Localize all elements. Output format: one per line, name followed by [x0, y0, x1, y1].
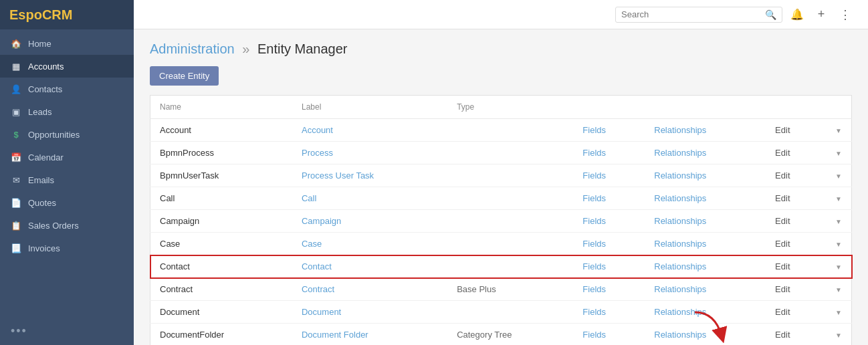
fields-link[interactable]: Fields [582, 239, 606, 249]
fields-link[interactable]: Fields [582, 216, 606, 226]
topbar: 🔍 🔔 + ⋮ [134, 0, 868, 29]
cell-fields[interactable]: Fields [573, 119, 645, 142]
dropdown-arrow-icon[interactable]: ▼ [835, 263, 842, 271]
dropdown-arrow-icon[interactable]: ▼ [835, 332, 842, 339]
relationships-link[interactable]: Relationships [654, 216, 706, 226]
relationships-link[interactable]: Relationships [654, 284, 706, 294]
edit-link[interactable]: Edit [775, 216, 790, 226]
cell-relationships[interactable]: Relationships [645, 187, 766, 210]
fields-link[interactable]: Fields [582, 148, 606, 158]
cell-fields[interactable]: Fields [573, 187, 645, 210]
edit-link[interactable]: Edit [775, 307, 790, 317]
cell-fields[interactable]: Fields [573, 278, 645, 301]
edit-link[interactable]: Edit [775, 284, 790, 294]
sidebar-item-contacts[interactable]: 👤 Contacts [0, 78, 134, 100]
search-box[interactable]: 🔍 [615, 7, 782, 23]
dropdown-arrow-icon[interactable]: ▼ [835, 172, 842, 180]
cell-dropdown[interactable]: ▼ [823, 233, 851, 255]
relationships-link[interactable]: Relationships [654, 239, 706, 249]
cell-fields[interactable]: Fields [573, 210, 645, 233]
cell-edit[interactable]: Edit [766, 187, 823, 210]
dropdown-arrow-icon[interactable]: ▼ [835, 150, 842, 157]
edit-link[interactable]: Edit [775, 125, 790, 135]
cell-dropdown[interactable]: ▼ [823, 324, 851, 346]
cell-relationships[interactable]: Relationships [645, 210, 766, 233]
plus-icon[interactable]: + [812, 5, 831, 24]
cell-dropdown[interactable]: ▼ [823, 301, 851, 324]
cell-relationships[interactable]: Relationships [645, 142, 766, 164]
cell-fields[interactable]: Fields [573, 233, 645, 255]
sidebar-item-invoices[interactable]: 📃 Invoices [0, 237, 134, 259]
cell-edit[interactable]: Edit [766, 233, 823, 255]
sidebar-more[interactable]: ••• [0, 318, 134, 345]
edit-link[interactable]: Edit [775, 330, 790, 340]
fields-link[interactable]: Fields [582, 330, 606, 340]
dropdown-arrow-icon[interactable]: ▼ [835, 218, 842, 225]
cell-fields[interactable]: Fields [573, 301, 645, 324]
breadcrumb-admin-link[interactable]: Administration [150, 41, 235, 56]
relationships-link[interactable]: Relationships [654, 330, 706, 340]
cell-relationships[interactable]: Relationships [645, 255, 766, 278]
cell-relationships[interactable]: Relationships [645, 119, 766, 142]
cell-dropdown[interactable]: ▼ [823, 210, 851, 233]
ellipsis-icon[interactable]: ⋮ [836, 5, 855, 24]
edit-link[interactable]: Edit [775, 261, 790, 271]
relationships-link[interactable]: Relationships [654, 170, 706, 181]
cell-edit[interactable]: Edit [766, 301, 823, 324]
cell-dropdown[interactable]: ▼ [823, 187, 851, 210]
fields-link[interactable]: Fields [582, 193, 606, 203]
cell-edit[interactable]: Edit [766, 278, 823, 301]
sidebar-item-accounts[interactable]: ▦ Accounts [0, 55, 134, 78]
relationships-link[interactable]: Relationships [654, 307, 706, 317]
search-icon[interactable]: 🔍 [765, 9, 776, 20]
sidebar-item-emails[interactable]: ✉ Emails [0, 168, 134, 191]
bell-icon[interactable]: 🔔 [788, 5, 806, 24]
relationships-link[interactable]: Relationships [654, 261, 706, 271]
cell-edit[interactable]: Edit [766, 142, 823, 164]
edit-link[interactable]: Edit [775, 170, 790, 181]
cell-fields[interactable]: Fields [573, 164, 645, 187]
cell-fields[interactable]: Fields [573, 255, 645, 278]
cell-fields[interactable]: Fields [573, 142, 645, 164]
cell-edit[interactable]: Edit [766, 255, 823, 278]
cell-edit[interactable]: Edit [766, 324, 823, 346]
fields-link[interactable]: Fields [582, 170, 606, 181]
cell-dropdown[interactable]: ▼ [823, 255, 851, 278]
cell-relationships[interactable]: Relationships [645, 324, 766, 346]
dropdown-arrow-icon[interactable]: ▼ [835, 127, 842, 134]
fields-link[interactable]: Fields [582, 307, 606, 317]
sidebar-item-calendar[interactable]: 📅 Calendar [0, 146, 134, 168]
cell-relationships[interactable]: Relationships [645, 164, 766, 187]
fields-link[interactable]: Fields [582, 125, 606, 135]
cell-fields[interactable]: Fields [573, 324, 645, 346]
cell-dropdown[interactable]: ▼ [823, 278, 851, 301]
sidebar-item-home[interactable]: 🏠 Home [0, 32, 134, 55]
create-entity-button[interactable]: Create Entity [150, 66, 219, 86]
edit-link[interactable]: Edit [775, 148, 790, 158]
relationships-link[interactable]: Relationships [654, 148, 706, 158]
sidebar-item-quotes[interactable]: 📄 Quotes [0, 191, 134, 214]
cell-dropdown[interactable]: ▼ [823, 142, 851, 164]
cell-dropdown[interactable]: ▼ [823, 119, 851, 142]
cell-dropdown[interactable]: ▼ [823, 164, 851, 187]
dropdown-arrow-icon[interactable]: ▼ [835, 241, 842, 248]
relationships-link[interactable]: Relationships [654, 193, 706, 203]
cell-edit[interactable]: Edit [766, 210, 823, 233]
cell-relationships[interactable]: Relationships [645, 301, 766, 324]
edit-link[interactable]: Edit [775, 239, 790, 249]
cell-relationships[interactable]: Relationships [645, 278, 766, 301]
search-input[interactable] [621, 9, 761, 19]
cell-edit[interactable]: Edit [766, 119, 823, 142]
fields-link[interactable]: Fields [582, 284, 606, 294]
dropdown-arrow-icon[interactable]: ▼ [835, 286, 842, 294]
fields-link[interactable]: Fields [582, 261, 606, 271]
edit-link[interactable]: Edit [775, 193, 790, 203]
sidebar-item-sales-orders[interactable]: 📋 Sales Orders [0, 214, 134, 237]
relationships-link[interactable]: Relationships [654, 125, 706, 135]
dropdown-arrow-icon[interactable]: ▼ [835, 195, 842, 203]
sidebar-item-leads[interactable]: ▣ Leads [0, 100, 134, 123]
cell-relationships[interactable]: Relationships [645, 233, 766, 255]
sidebar-item-opportunities[interactable]: $ Opportunities [0, 123, 134, 146]
cell-edit[interactable]: Edit [766, 164, 823, 187]
dropdown-arrow-icon[interactable]: ▼ [835, 309, 842, 316]
